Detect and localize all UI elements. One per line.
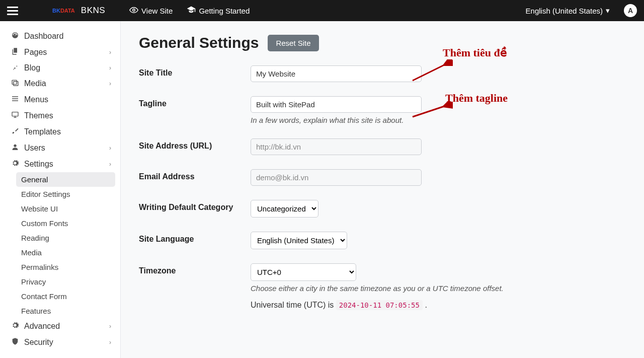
sidebar-item-label: Advanced bbox=[24, 322, 109, 331]
site-title-input[interactable] bbox=[251, 65, 422, 82]
view-site-label: View Site bbox=[141, 7, 173, 15]
email-input bbox=[251, 169, 422, 186]
language-dropdown[interactable]: English (United States) ▾ bbox=[526, 6, 610, 15]
sidebar-item-label: Themes bbox=[24, 111, 111, 120]
chevron-right-icon: › bbox=[109, 161, 111, 168]
sub-item-general[interactable]: General bbox=[16, 172, 115, 187]
writing-category-label: Writing Default Category bbox=[139, 200, 251, 212]
list-icon bbox=[9, 95, 21, 105]
sidebar-item-menus[interactable]: Menus bbox=[5, 92, 115, 108]
sidebar: Dashboard Pages › Blog › Media › bbox=[0, 21, 121, 358]
sub-item-features[interactable]: Features bbox=[16, 304, 115, 318]
chevron-right-icon: › bbox=[109, 49, 111, 56]
writing-category-select[interactable]: Uncategorized bbox=[251, 200, 318, 218]
sub-item-editor-settings[interactable]: Editor Settings bbox=[16, 187, 115, 201]
sidebar-item-label: Templates bbox=[24, 127, 111, 136]
sidebar-item-users[interactable]: Users › bbox=[5, 140, 115, 156]
utc-suffix: . bbox=[425, 301, 427, 309]
sub-item-privacy[interactable]: Privacy bbox=[16, 274, 115, 289]
copy-icon bbox=[9, 47, 21, 57]
sub-item-custom-fonts[interactable]: Custom Fonts bbox=[16, 216, 115, 231]
gear-icon bbox=[9, 321, 21, 331]
gear-icon bbox=[9, 159, 21, 169]
brand-logo-icon: BKBKDATADATA bbox=[52, 8, 75, 14]
utc-prefix: Universal time (UTC) is bbox=[251, 301, 336, 309]
sidebar-item-pages[interactable]: Pages › bbox=[5, 44, 115, 60]
svg-point-0 bbox=[133, 9, 135, 11]
images-icon bbox=[9, 79, 21, 89]
sub-item-label: Media bbox=[21, 248, 42, 257]
site-language-label: Site Language bbox=[139, 232, 251, 244]
sidebar-item-label: Security bbox=[24, 338, 109, 347]
sidebar-item-dashboard[interactable]: Dashboard bbox=[5, 28, 115, 44]
svg-rect-3 bbox=[12, 112, 18, 116]
sidebar-item-advanced[interactable]: Advanced › bbox=[5, 318, 115, 334]
sub-item-label: General bbox=[21, 175, 48, 184]
svg-rect-2 bbox=[14, 82, 18, 86]
timezone-label: Timezone bbox=[139, 263, 251, 275]
svg-rect-1 bbox=[12, 80, 17, 84]
sub-item-label: Privacy bbox=[21, 277, 46, 286]
sub-item-website-ui[interactable]: Website UI bbox=[16, 201, 115, 216]
avatar[interactable]: A bbox=[624, 4, 637, 17]
getting-started-label: Getting Started bbox=[199, 7, 250, 15]
sub-item-media[interactable]: Media bbox=[16, 245, 115, 260]
chevron-right-icon: › bbox=[109, 323, 111, 330]
sub-item-label: Website UI bbox=[21, 204, 58, 213]
pin-icon bbox=[9, 63, 21, 73]
brand[interactable]: BKBKDATADATA BKNS bbox=[52, 6, 105, 16]
sidebar-item-label: Settings bbox=[24, 160, 109, 169]
sidebar-item-security[interactable]: Security › bbox=[5, 334, 115, 350]
sub-item-label: Editor Settings bbox=[21, 190, 70, 198]
sidebar-item-label: Blog bbox=[24, 63, 109, 73]
sidebar-item-label: Menus bbox=[24, 95, 111, 104]
chevron-right-icon: › bbox=[109, 145, 111, 152]
site-language-select[interactable]: English (United States) bbox=[251, 232, 347, 249]
topbar: BKBKDATADATA BKNS View Site Getting Star… bbox=[0, 0, 644, 21]
sub-item-contact-form[interactable]: Contact Form bbox=[16, 289, 115, 304]
sidebar-item-templates[interactable]: Templates bbox=[5, 124, 115, 140]
sub-item-permalinks[interactable]: Permalinks bbox=[16, 260, 115, 274]
sidebar-item-settings[interactable]: Settings › bbox=[5, 156, 115, 172]
sidebar-item-media[interactable]: Media › bbox=[5, 76, 115, 92]
sidebar-item-label: Dashboard bbox=[24, 32, 111, 41]
site-title-label: Site Title bbox=[139, 65, 251, 78]
page-title: General Settings bbox=[139, 34, 259, 51]
sidebar-item-label: Pages bbox=[24, 48, 109, 57]
settings-submenu: General Editor Settings Website UI Custo… bbox=[16, 172, 115, 318]
svg-point-4 bbox=[14, 145, 16, 147]
language-label: English (United States) bbox=[526, 7, 603, 15]
sidebar-item-label: Media bbox=[24, 79, 109, 88]
site-url-input bbox=[251, 138, 422, 155]
menu-toggle-icon[interactable] bbox=[7, 5, 18, 17]
main-content: General Settings Reset Site Site Title T… bbox=[121, 21, 644, 358]
site-url-label: Site Address (URL) bbox=[139, 138, 251, 151]
sidebar-item-label: Users bbox=[24, 144, 109, 153]
tagline-label: Tagline bbox=[139, 96, 251, 108]
utc-info: Universal time (UTC) is 2024-10-11 07:05… bbox=[251, 301, 532, 310]
getting-started-link[interactable]: Getting Started bbox=[187, 6, 250, 16]
sub-item-label: Contact Form bbox=[21, 292, 67, 301]
user-icon bbox=[9, 143, 21, 153]
shield-icon bbox=[9, 337, 21, 347]
view-site-link[interactable]: View Site bbox=[129, 6, 173, 16]
avatar-initial: A bbox=[628, 7, 633, 15]
timezone-select[interactable]: UTC+0 bbox=[251, 263, 356, 281]
graduation-cap-icon bbox=[187, 6, 196, 16]
timezone-help: Choose either a city in the same timezon… bbox=[251, 284, 532, 293]
sidebar-item-blog[interactable]: Blog › bbox=[5, 60, 115, 76]
chevron-right-icon: › bbox=[109, 339, 111, 346]
sub-item-label: Custom Fonts bbox=[21, 219, 68, 228]
caret-down-icon: ▾ bbox=[606, 6, 610, 15]
sub-item-label: Features bbox=[21, 307, 51, 315]
sub-item-reading[interactable]: Reading bbox=[16, 231, 115, 245]
reset-site-button[interactable]: Reset Site bbox=[268, 35, 318, 51]
sub-item-label: Reading bbox=[21, 234, 49, 242]
brush-icon bbox=[9, 127, 21, 137]
eye-icon bbox=[129, 6, 138, 16]
sidebar-item-themes[interactable]: Themes bbox=[5, 108, 115, 124]
email-label: Email Address bbox=[139, 169, 251, 181]
tagline-input[interactable] bbox=[251, 96, 422, 113]
brand-name: BKNS bbox=[81, 6, 105, 16]
sub-item-label: Permalinks bbox=[21, 263, 58, 271]
